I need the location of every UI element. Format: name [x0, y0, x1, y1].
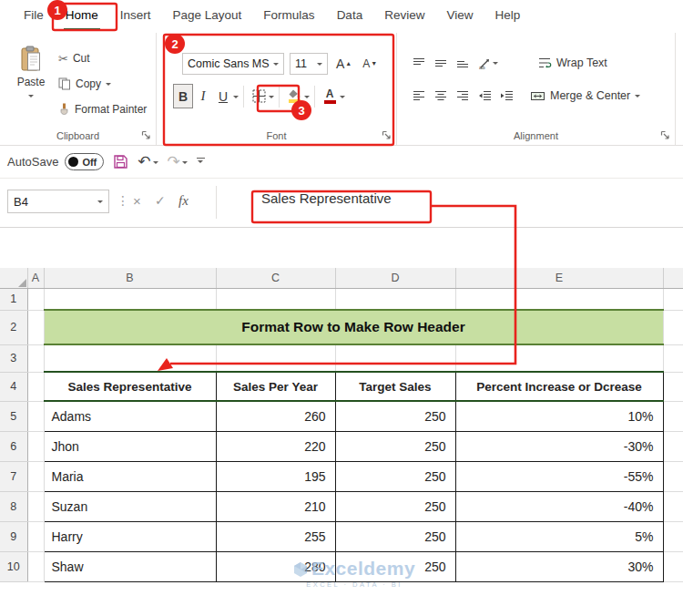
row-header-5[interactable]: 5: [0, 401, 27, 431]
cell[interactable]: [27, 491, 44, 521]
header-cell-percent[interactable]: Percent Increase or Dcrease: [455, 372, 663, 401]
cell-sales[interactable]: 255: [216, 521, 335, 551]
menu-tab-page-layout[interactable]: Page Layout: [162, 0, 253, 33]
fill-color-button[interactable]: [284, 84, 304, 108]
row-header-10[interactable]: 10: [0, 551, 27, 581]
column-header-c[interactable]: C: [216, 268, 335, 288]
cell[interactable]: [27, 431, 44, 461]
cell-target[interactable]: 250: [335, 461, 455, 491]
cell[interactable]: [216, 344, 335, 372]
formula-input[interactable]: Sales Representative: [261, 190, 392, 206]
align-top-button[interactable]: [408, 51, 430, 75]
font-dialog-launcher-icon[interactable]: [382, 130, 392, 140]
font-name-select[interactable]: Comic Sans MS: [182, 53, 284, 75]
alignment-dialog-launcher-icon[interactable]: [660, 130, 670, 140]
column-header-b[interactable]: B: [44, 268, 216, 288]
row-header-9[interactable]: 9: [0, 521, 27, 551]
row-header-7[interactable]: 7: [0, 461, 27, 491]
cell-target[interactable]: 250: [335, 551, 455, 581]
cell[interactable]: [27, 401, 44, 431]
underline-button[interactable]: U: [213, 84, 233, 108]
font-color-caret[interactable]: [340, 96, 345, 101]
title-cell[interactable]: Format Row to Make Row Header: [44, 310, 663, 344]
align-center-button[interactable]: [430, 84, 452, 108]
select-all-corner[interactable]: [0, 268, 27, 288]
cell[interactable]: [335, 344, 455, 372]
clipboard-dialog-launcher-icon[interactable]: [141, 130, 151, 140]
cell-percent[interactable]: -40%: [455, 491, 663, 521]
menu-tab-file[interactable]: File: [13, 0, 55, 33]
cell[interactable]: [44, 288, 216, 310]
cell[interactable]: [27, 344, 44, 372]
cell[interactable]: [27, 288, 44, 310]
cell-percent[interactable]: 5%: [455, 521, 663, 551]
orientation-button[interactable]: ab: [474, 51, 503, 75]
cell-rep-name[interactable]: Adams: [44, 401, 216, 431]
cell[interactable]: [455, 344, 663, 372]
cell[interactable]: [44, 344, 216, 372]
format-painter-button[interactable]: Format Painter: [55, 97, 150, 122]
menu-tab-insert[interactable]: Insert: [109, 0, 162, 33]
row-header-1[interactable]: 1: [0, 288, 27, 310]
menu-tab-view[interactable]: View: [435, 0, 484, 33]
cancel-entry-icon[interactable]: ×: [133, 193, 141, 209]
italic-button[interactable]: I: [193, 84, 213, 108]
cell-percent[interactable]: -30%: [455, 431, 663, 461]
cell-target[interactable]: 250: [335, 521, 455, 551]
header-cell-sales-per-year[interactable]: Sales Per Year: [216, 372, 335, 401]
font-size-select[interactable]: 11: [290, 53, 328, 75]
cell-sales[interactable]: 280: [216, 551, 335, 581]
customize-toolbar-button[interactable]: [197, 158, 205, 167]
row-header-4[interactable]: 4: [0, 372, 27, 401]
row-header-2[interactable]: 2: [0, 310, 27, 344]
decrease-indent-button[interactable]: [474, 84, 495, 108]
underline-caret[interactable]: [233, 96, 239, 101]
decrease-font-size-button[interactable]: A▼: [360, 51, 380, 76]
copy-button[interactable]: Copy: [55, 71, 150, 97]
fill-color-caret[interactable]: [304, 96, 310, 101]
autosave-toggle[interactable]: AutoSave Off: [7, 153, 104, 170]
row-header-6[interactable]: 6: [0, 431, 27, 461]
undo-button[interactable]: ↶: [138, 154, 158, 169]
cell[interactable]: [27, 461, 44, 491]
column-header-a[interactable]: A: [27, 268, 44, 288]
menu-tab-review[interactable]: Review: [373, 0, 435, 33]
cell-percent[interactable]: -55%: [455, 461, 663, 491]
increase-indent-button[interactable]: [495, 84, 517, 108]
cell-sales[interactable]: 260: [216, 401, 335, 431]
redo-button[interactable]: ↷: [168, 154, 188, 169]
cell[interactable]: [27, 372, 44, 401]
align-right-button[interactable]: [452, 84, 474, 108]
borders-caret[interactable]: [269, 96, 274, 101]
column-header-e[interactable]: E: [455, 268, 663, 288]
menu-tab-help[interactable]: Help: [484, 0, 531, 33]
cell-target[interactable]: 250: [335, 401, 455, 431]
align-middle-button[interactable]: [430, 51, 452, 75]
bold-button[interactable]: B: [173, 84, 193, 108]
cell-sales[interactable]: 210: [216, 491, 335, 521]
cell-rep-name[interactable]: Harry: [44, 521, 216, 551]
borders-button[interactable]: [249, 84, 269, 108]
autosave-switch[interactable]: Off: [65, 153, 104, 170]
menu-tab-formulas[interactable]: Formulas: [252, 0, 325, 33]
menu-tab-home[interactable]: Home: [55, 0, 109, 33]
cell-rep-name[interactable]: Jhon: [44, 431, 216, 461]
wrap-text-button[interactable]: Wrap Text: [537, 56, 607, 70]
name-box[interactable]: B4: [7, 190, 109, 213]
merge-center-button[interactable]: Merge & Center: [530, 89, 640, 103]
increase-font-size-button[interactable]: A▲: [333, 51, 354, 76]
cell-target[interactable]: 250: [335, 491, 455, 521]
cell-sales[interactable]: 195: [216, 461, 335, 491]
cell-target[interactable]: 250: [335, 431, 455, 461]
cell-sales[interactable]: 220: [216, 431, 335, 461]
cell[interactable]: [27, 521, 44, 551]
cell[interactable]: [27, 551, 44, 581]
resize-dots-icon[interactable]: ⋮: [117, 193, 129, 208]
cell-rep-name[interactable]: Shaw: [44, 551, 216, 581]
row-header-8[interactable]: 8: [0, 491, 27, 521]
header-cell-sales-representative[interactable]: Sales Representative: [44, 372, 216, 401]
align-bottom-button[interactable]: [452, 51, 474, 75]
paste-button[interactable]: Paste: [9, 40, 53, 129]
cell[interactable]: [216, 288, 335, 310]
cell-percent[interactable]: 30%: [455, 551, 663, 581]
